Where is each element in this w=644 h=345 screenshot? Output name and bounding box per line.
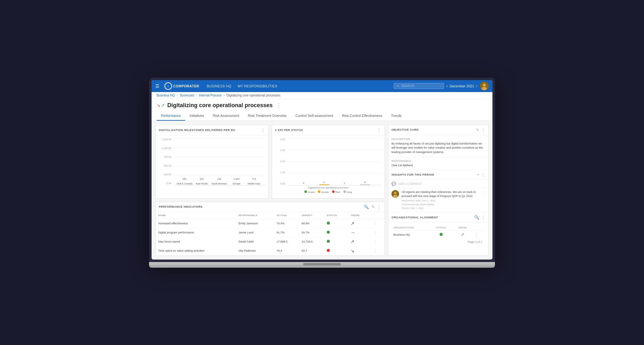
org-col-actions [473, 225, 485, 231]
perf-trend-3: ↘ [348, 246, 370, 255]
svg-line-3 [398, 86, 399, 87]
bar-usa-canada: 250 USA & Canada [176, 178, 193, 185]
search-icon [397, 85, 399, 88]
perf-title: PERFORMANCE INDICATORS [159, 205, 203, 208]
tab-performance[interactable]: Performance [157, 111, 185, 121]
bar-europe: 1,094 Europe [228, 178, 245, 185]
kpi-chart-label: Digitalizing core operational processes [275, 186, 381, 189]
perf-trend-2: ↗ [348, 237, 370, 246]
edit-icon[interactable]: ✎ [476, 128, 479, 132]
perf-table: NAME RESPONSIBLE ACTUAL TARGET STATUS TR… [156, 212, 385, 255]
org-alignment-table-section: ORGANIZATION STATUS TREND Business HQ [388, 222, 488, 248]
nav-link-my-responsibilities[interactable]: MY RESPONSIBILITIES [238, 84, 277, 88]
svg-text:C: C [168, 85, 169, 87]
bar-chart-area: 1,250.00 1,000.00 750.00 500.00 250.00 0… [156, 135, 268, 198]
perf-menu-icon[interactable]: ⋮ [377, 205, 381, 209]
perf-actual-1: 91.7% [274, 228, 299, 237]
objective-card: OBJECTIVE CARD ✎ ⋮ DESCRIPTION By embrac… [388, 125, 489, 256]
objective-menu-icon[interactable]: ⋮ [481, 128, 485, 132]
tab-control-self[interactable]: Control Self-assessment [291, 111, 337, 121]
insights-add-icon[interactable]: + [477, 172, 479, 177]
perf-trend-1: → [348, 228, 370, 237]
perf-search-icon[interactable]: 🔍 [364, 205, 369, 209]
breadcrumb-current: Digitalizing core operational processes [226, 94, 280, 97]
kpi-chart-legend: Green Amber Red Gray [275, 189, 381, 195]
perf-col-actual: ACTUAL [274, 212, 299, 219]
org-row-status [430, 231, 452, 239]
perf-status-3 [324, 246, 348, 255]
tab-risk-assessment[interactable]: Risk Assessment [208, 111, 244, 121]
next-date-button[interactable]: › [476, 84, 477, 88]
svg-point-2 [397, 85, 398, 86]
org-menu-icon[interactable]: ⋮ [481, 215, 485, 220]
bar-chart-menu[interactable]: ⋮ [261, 128, 265, 133]
tab-risk-treatment[interactable]: Risk Treatment Overview [244, 111, 291, 121]
title-menu-icon[interactable]: ⋮ [276, 102, 281, 108]
org-col-organization: ORGANIZATION [391, 225, 430, 231]
search-input[interactable] [401, 84, 441, 88]
breadcrumb-business-hq[interactable]: Business HQ [157, 94, 175, 97]
y-label-3: 750.00 [159, 156, 171, 158]
top-navigation: ☰ C CORPORATER BUSINESS HQ MY RESPONSIBI… [152, 80, 492, 92]
kpi-chart-title: # KPI PER STATUS [275, 129, 303, 132]
add-comment-box[interactable]: 💬 ADD A COMMENT [388, 180, 488, 188]
title-icons: ↘ ↗ [157, 103, 165, 108]
bar-middle-east: 713 Middle East [245, 178, 263, 185]
user-avatar[interactable] [480, 82, 489, 90]
y-label-1: 1,250.00 [159, 138, 171, 141]
comment-icon: 💬 [391, 182, 396, 186]
perf-responsible-1: Janne Lund [236, 228, 274, 237]
row-0-menu[interactable]: ⋮ [373, 221, 377, 226]
commenter-avatar [391, 190, 399, 198]
tab-risk-control[interactable]: Risk Control Effectiveness [337, 111, 386, 121]
comment-menu-icon[interactable]: ⋮ [481, 190, 485, 210]
perf-target-0: 69.8% [299, 219, 324, 228]
hamburger-menu[interactable]: ☰ [155, 84, 159, 89]
row-2-menu[interactable]: ⋮ [373, 239, 377, 244]
perf-col-responsible: RESPONSIBLE [236, 212, 274, 219]
date-navigation: ‹ December 2021 › [447, 84, 477, 88]
objective-description-section: DESCRIPTION By embracing all facets of n… [388, 135, 488, 157]
kpi-chart-menu[interactable]: ⋮ [377, 128, 381, 133]
org-col-trend: TREND [452, 225, 473, 231]
performance-indicators-card: PERFORMANCE INDICATORS 🔍 ✎ ⋮ NAME RESPON… [155, 202, 385, 256]
nav-links: BUSINESS HQ MY RESPONSIBILITIES [207, 84, 277, 88]
bar-south-america: 218 South America [210, 178, 228, 185]
perf-name-0: Increased effectiveness [156, 219, 236, 228]
perf-row-1: Digital program performance Janne Lund 9… [156, 228, 385, 237]
add-comment-label: ADD A COMMENT [398, 182, 422, 185]
org-search-icon[interactable]: 🔍 [474, 215, 479, 220]
insights-menu-icon[interactable]: ⋮ [481, 172, 485, 177]
search-box[interactable] [394, 83, 444, 89]
perf-name-3: Time spent on value adding activities [156, 246, 236, 255]
objective-responsible-section: RESPONSIBLE Owe Lie Bjelland [388, 157, 488, 170]
perf-row-0: Increased effectiveness Emily Jameson 74… [156, 219, 385, 228]
svg-point-8 [394, 192, 397, 194]
perf-edit-icon[interactable]: ✎ [371, 205, 375, 209]
tab-initiatives[interactable]: Initiatives [185, 111, 208, 121]
perf-target-1: 59.7% [299, 228, 324, 237]
nav-right: ‹ December 2021 › [394, 82, 489, 90]
row-1-menu[interactable]: ⋮ [373, 230, 377, 235]
perf-target-2: 14,726.8 [299, 237, 324, 246]
perf-actual-0: 74.4% [274, 219, 299, 228]
tab-trends[interactable]: Trends [386, 111, 406, 121]
prev-date-button[interactable]: ‹ [447, 84, 448, 88]
perf-col-trend: TREND [348, 212, 370, 219]
page-tabs: Performance Initiatives Risk Assessment … [157, 111, 487, 121]
org-alignment-title: ORGANIZATIONAL ALIGNMENT [391, 216, 438, 219]
perf-col-target: TARGET [299, 212, 324, 219]
perf-col-status: STATUS [324, 212, 348, 219]
breadcrumb-internal-process[interactable]: Internal Process [199, 94, 222, 97]
perf-status-0 [324, 219, 348, 228]
row-3-menu[interactable]: ⋮ [373, 248, 377, 253]
nav-link-business-hq[interactable]: BUSINESS HQ [207, 84, 231, 88]
y-label-6: 0.00 [159, 182, 171, 185]
org-alignment-header: ORGANIZATIONAL ALIGNMENT 🔍 ⋮ [388, 212, 488, 222]
org-row: Business HQ ↗ ⋮ [391, 231, 485, 239]
org-row-menu[interactable]: ⋮ [473, 231, 485, 239]
kpi-bar-gray: 0 [360, 181, 370, 185]
y-label-5: 250.00 [159, 173, 171, 176]
perf-target-3: 93.7 [299, 246, 324, 255]
breadcrumb-scorecard[interactable]: Scorecard [180, 94, 194, 97]
